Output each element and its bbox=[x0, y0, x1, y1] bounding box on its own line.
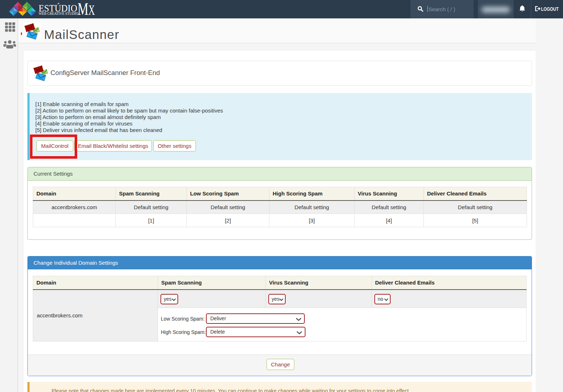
svg-text:LOGOUT: LOGOUT bbox=[541, 6, 559, 12]
svg-text:WEB CREATIVE STUDIO: WEB CREATIVE STUDIO bbox=[39, 11, 78, 16]
svg-text:M: M bbox=[78, 0, 88, 18]
svg-text:X: X bbox=[88, 1, 95, 18]
